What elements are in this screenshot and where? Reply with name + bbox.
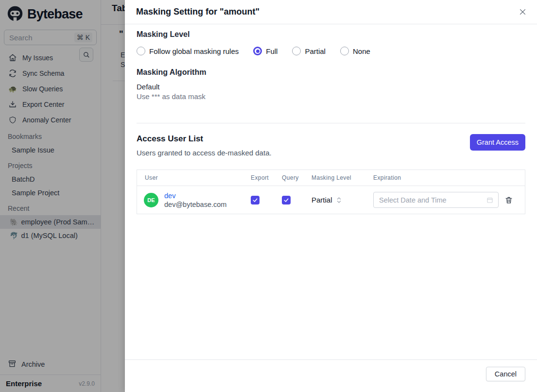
chevron-updown-icon (336, 196, 342, 204)
access-user-list-header: Access User List Users granted to access… (137, 134, 525, 157)
radio-circle-icon (253, 47, 262, 55)
user-name-link[interactable]: dev (164, 192, 226, 200)
algorithm-description: Use *** as data mask (137, 92, 525, 101)
query-cell (282, 196, 312, 205)
expiration-date-input[interactable]: Select Date and Time (373, 192, 499, 208)
column-header-expiration: Expiration (373, 174, 498, 181)
masking-algorithm-heading: Masking Algorithm (137, 68, 525, 77)
radio-circle-icon (137, 47, 145, 55)
radio-label: None (353, 47, 370, 55)
export-cell (251, 196, 282, 205)
table-header-row: User Export Query Masking Level Expirati… (137, 170, 525, 186)
expiration-cell: Select Date and Time (373, 192, 499, 208)
row-actions-cell (499, 194, 526, 206)
access-user-table: User Export Query Masking Level Expirati… (137, 170, 525, 214)
modal-footer: Cancel (125, 359, 537, 392)
column-header-query: Query (282, 174, 312, 181)
column-header-export: Export (251, 174, 282, 181)
expiration-placeholder: Select Date and Time (379, 196, 486, 204)
radio-circle-icon (292, 47, 301, 55)
access-user-list-heading: Access User List (137, 134, 272, 144)
masking-setting-modal: Masking Setting for "amount" Masking Lev… (125, 0, 537, 392)
close-icon[interactable] (517, 6, 528, 18)
radio-circle-icon (340, 47, 349, 55)
delete-row-button[interactable] (502, 194, 515, 206)
modal-header: Masking Setting for "amount" (125, 0, 537, 24)
user-email: dev@bytebase.com (164, 201, 226, 208)
modal-body: Masking Level Follow global masking rule… (125, 24, 537, 359)
column-header-masking-level: Masking Level (312, 174, 373, 181)
column-header-user: User (137, 174, 251, 181)
radio-label: Partial (305, 47, 326, 55)
calendar-icon (486, 196, 494, 204)
masking-level-heading: Masking Level (137, 30, 525, 39)
masking-level-radio-group: Follow global masking rules Full Partial… (137, 47, 525, 55)
masking-level-value: Partial (312, 196, 332, 204)
masking-level-cell: Partial (312, 196, 373, 204)
radio-full[interactable]: Full (253, 47, 277, 55)
table-row: DE dev dev@bytebase.com (137, 186, 525, 214)
grant-access-button[interactable]: Grant Access (470, 134, 525, 151)
section-divider (137, 123, 525, 123)
cancel-button[interactable]: Cancel (486, 367, 525, 381)
avatar: DE (144, 193, 158, 207)
query-checkbox[interactable] (282, 196, 291, 205)
masking-level-select[interactable]: Partial (312, 196, 373, 204)
check-icon (252, 197, 258, 203)
radio-none[interactable]: None (340, 47, 370, 55)
radio-label: Follow global masking rules (149, 47, 239, 55)
algorithm-name: Default (137, 83, 525, 91)
trash-icon (504, 196, 513, 205)
radio-label: Full (266, 47, 277, 55)
radio-follow-global[interactable]: Follow global masking rules (137, 47, 239, 55)
user-cell: DE dev dev@bytebase.com (137, 192, 251, 208)
export-checkbox[interactable] (251, 196, 260, 205)
access-user-list-subtitle: Users granted to access de-masked data. (137, 149, 272, 157)
screen: Bytebase Search ⌘ K My Issues Sync Sc (0, 0, 537, 392)
modal-title: Masking Setting for "amount" (136, 7, 260, 17)
radio-partial[interactable]: Partial (292, 47, 326, 55)
check-icon (283, 197, 289, 203)
